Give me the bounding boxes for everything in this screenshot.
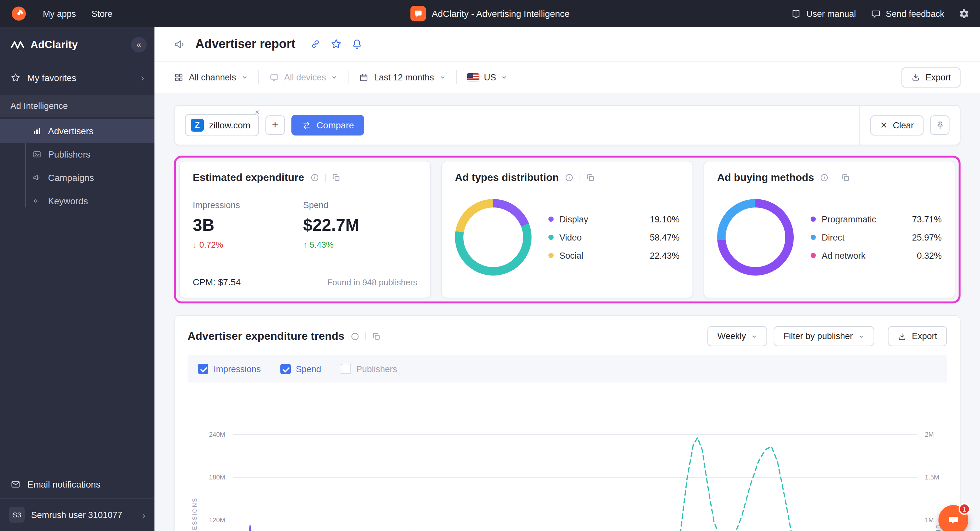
export-button[interactable]: Export bbox=[902, 67, 961, 87]
export-label: Export bbox=[926, 72, 951, 82]
chevron-down-icon bbox=[501, 74, 508, 81]
bell-icon[interactable] bbox=[351, 38, 363, 50]
semrush-logo-icon[interactable] bbox=[10, 5, 27, 22]
chevron-down-icon bbox=[439, 74, 445, 81]
legend-value: 22.43% bbox=[650, 250, 679, 260]
pin-button[interactable] bbox=[930, 116, 950, 135]
sidebar-item-campaigns[interactable]: Campaigns bbox=[0, 166, 154, 189]
copy-icon[interactable] bbox=[586, 173, 595, 182]
checkbox-publishers[interactable] bbox=[341, 364, 351, 374]
calendar-icon bbox=[359, 72, 369, 82]
toggle-impressions[interactable]: Impressions bbox=[198, 364, 261, 374]
app-title: AdClarity - Advertising Intelligence bbox=[432, 8, 570, 19]
compare-button[interactable]: Compare bbox=[291, 115, 364, 135]
sidebar: AdClarity « My favorites › Ad Intelligen… bbox=[0, 27, 154, 531]
card-title: Estimated expenditure bbox=[193, 172, 304, 184]
devices-filter[interactable]: All devices bbox=[269, 72, 338, 82]
filter-by-publisher-dropdown[interactable]: Filter by publisher bbox=[774, 326, 874, 346]
info-icon[interactable] bbox=[310, 173, 319, 182]
send-feedback-link[interactable]: Send feedback bbox=[870, 8, 944, 19]
legend-item: Display 19.10% bbox=[549, 214, 679, 224]
legend-label: Ad network bbox=[822, 250, 911, 260]
ad-types-distribution-card: Ad types distribution bbox=[441, 161, 693, 298]
favorite-star-icon[interactable] bbox=[330, 38, 342, 50]
svg-text:1M: 1M bbox=[925, 517, 934, 523]
link-icon[interactable] bbox=[310, 38, 321, 50]
app-root: My apps Store AdClarity - Advertising In… bbox=[0, 0, 980, 531]
copy-icon[interactable] bbox=[842, 173, 851, 182]
clear-button[interactable]: ✕ Clear bbox=[870, 115, 924, 135]
legend-dot bbox=[549, 217, 554, 222]
sidebar-header: AdClarity « bbox=[0, 27, 154, 61]
sidebar-item-keywords[interactable]: Keywords bbox=[0, 189, 154, 212]
filter-divider bbox=[456, 70, 457, 84]
remove-domain-icon[interactable]: × bbox=[255, 108, 259, 116]
granularity-dropdown[interactable]: Weekly bbox=[708, 326, 767, 346]
info-icon[interactable] bbox=[565, 173, 574, 182]
legend-dot bbox=[811, 253, 816, 258]
chat-bubble-button[interactable]: 1 bbox=[939, 505, 968, 531]
user-name: Semrush user 3101077 bbox=[31, 510, 123, 520]
store-link[interactable]: Store bbox=[92, 9, 113, 19]
title-divider bbox=[365, 332, 366, 341]
country-filter[interactable]: US bbox=[467, 72, 508, 82]
sidebar-item-email-notifications[interactable]: Email notifications bbox=[0, 471, 154, 498]
megaphone-icon bbox=[174, 38, 186, 50]
sidebar-item-advertisers[interactable]: Advertisers bbox=[0, 119, 154, 143]
legend-item: Video 58.47% bbox=[549, 233, 679, 242]
ad-buying-donut-chart bbox=[717, 199, 794, 276]
send-feedback-label: Send feedback bbox=[886, 9, 944, 19]
sidebar-nav: Advertisers Publishers Campaigns bbox=[0, 117, 154, 212]
chevron-down-icon bbox=[751, 333, 758, 339]
add-advertiser-button[interactable]: + bbox=[266, 116, 285, 135]
trends-controls: Weekly Filter by publisher bbox=[708, 326, 947, 346]
trends-chart: 240M2M180M1.5M120M1MIMPRESSIONSSPEND bbox=[188, 394, 947, 531]
advertisers-icon bbox=[32, 127, 41, 135]
trends-export-button[interactable]: Export bbox=[888, 326, 947, 346]
favorites-label: My favorites bbox=[27, 72, 76, 82]
legend-label: Programmatic bbox=[822, 214, 906, 224]
page-title: Advertiser report bbox=[195, 37, 295, 51]
info-icon[interactable] bbox=[350, 331, 360, 341]
toggle-publishers[interactable]: Publishers bbox=[341, 364, 397, 374]
copy-icon[interactable] bbox=[331, 173, 340, 182]
channels-filter-value: All channels bbox=[189, 72, 236, 82]
user-manual-link[interactable]: User manual bbox=[791, 8, 856, 19]
sidebar-user-row[interactable]: S3 Semrush user 3101077 › bbox=[0, 498, 154, 531]
legend-dot bbox=[811, 235, 816, 240]
date-range-filter[interactable]: Last 12 months bbox=[359, 72, 446, 82]
estimated-expenditure-card: Estimated expenditure Impressions bbox=[179, 161, 431, 298]
selector-right: ✕ Clear bbox=[859, 106, 960, 144]
legend-label: Direct bbox=[822, 233, 906, 242]
impressions-metric: Impressions 3B ↓ 0.72% bbox=[193, 200, 303, 250]
info-icon[interactable] bbox=[820, 173, 829, 182]
copy-icon[interactable] bbox=[372, 331, 381, 341]
sidebar-collapse-button[interactable]: « bbox=[131, 37, 147, 52]
svg-text:1.5M: 1.5M bbox=[925, 474, 939, 481]
checkbox-spend[interactable] bbox=[280, 364, 291, 374]
filter-divider bbox=[348, 70, 349, 84]
domain-label: zillow.com bbox=[209, 120, 251, 130]
toggle-spend[interactable]: Spend bbox=[280, 364, 321, 374]
card-title: Ad buying methods bbox=[717, 172, 814, 184]
spend-metric: Spend $22.7M ↑ 5.43% bbox=[303, 200, 414, 250]
sidebar-item-label: Keywords bbox=[48, 196, 88, 206]
legend-item: Social 22.43% bbox=[549, 250, 679, 260]
envelope-icon bbox=[10, 479, 21, 490]
sidebar-item-favorites[interactable]: My favorites › bbox=[0, 65, 154, 90]
chevron-right-icon: › bbox=[142, 509, 145, 520]
report-header: Advertiser report bbox=[154, 27, 980, 61]
legend-item: Programmatic 73.71% bbox=[811, 214, 942, 224]
settings-gear-icon[interactable] bbox=[959, 8, 970, 19]
sidebar-brand: AdClarity bbox=[30, 39, 78, 51]
legend-value: 0.32% bbox=[917, 250, 942, 260]
channels-filter[interactable]: All channels bbox=[174, 72, 248, 82]
legend-item: Direct 25.97% bbox=[811, 233, 942, 242]
card-title: Ad types distribution bbox=[455, 172, 559, 184]
sidebar-item-publishers[interactable]: Publishers bbox=[0, 143, 154, 166]
checkbox-impressions[interactable] bbox=[198, 364, 208, 374]
highlight-annotation: Estimated expenditure Impressions bbox=[174, 155, 961, 303]
content: Z zillow.com × + Compare bbox=[154, 94, 980, 531]
domain-chip[interactable]: Z zillow.com × bbox=[185, 114, 259, 136]
my-apps-link[interactable]: My apps bbox=[43, 9, 76, 19]
